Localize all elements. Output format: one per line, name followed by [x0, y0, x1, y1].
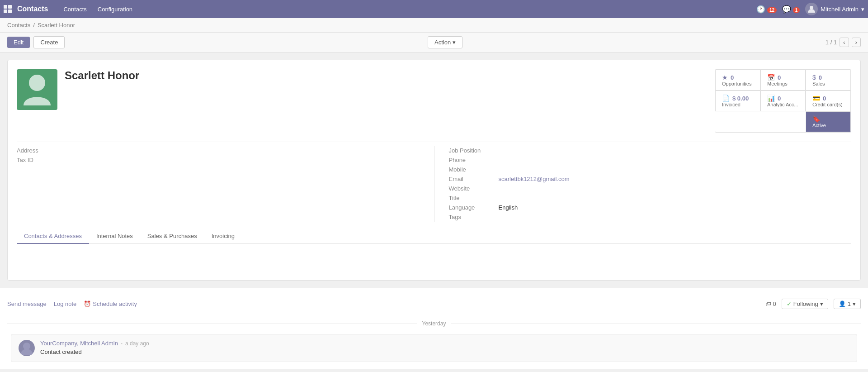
stat-sales[interactable]: $ 0 Sales — [806, 70, 851, 91]
breadcrumb-current: Scarlett Honor — [38, 22, 75, 29]
message-content: YourCompany, Mitchell Admin - a day ago … — [40, 340, 849, 356]
svg-point-2 — [23, 343, 30, 350]
email-field: Email scarlettbk1212@gmail.com — [449, 174, 852, 184]
tag-icon: 🏷 — [765, 300, 771, 307]
user-name: Mitchell Admin — [821, 6, 859, 13]
chatter-section: Send message Log note ⏰ Schedule activit… — [0, 288, 868, 369]
person-icon: 👤 — [839, 300, 846, 307]
active-icon: 🔖 — [812, 115, 820, 123]
stats-grid: ★ 0 Opportunities 📅 0 Meetings — [715, 69, 851, 133]
menu-contacts[interactable]: Contacts — [59, 4, 91, 14]
menu-configuration[interactable]: Configuration — [93, 4, 137, 14]
following-dropdown-icon: ▾ — [820, 300, 823, 307]
invoice-icon: 📄 — [722, 95, 730, 102]
next-page-button[interactable]: › — [852, 38, 861, 47]
app-name[interactable]: Contacts — [17, 5, 48, 13]
top-navigation: Contacts Contacts Configuration 🕐 12 💬 1… — [0, 0, 868, 18]
stat-credit-cards[interactable]: 💳 0 Credit card(s) — [806, 91, 851, 111]
contact-card: Scarlett Honor ★ 0 Opportunities — [7, 60, 861, 281]
followers-button[interactable]: 👤 1 ▾ — [834, 299, 861, 309]
following-button[interactable]: ✓ Following ▾ — [782, 299, 828, 309]
fields-divider — [434, 146, 434, 222]
right-fields: Job Position Phone Mobile Email scarlett… — [442, 146, 852, 222]
message-time-value: a day ago — [125, 340, 149, 347]
tabs-bar: Contacts & Addresses Internal Notes Sale… — [17, 229, 851, 244]
breadcrumb-parent[interactable]: Contacts — [7, 22, 30, 29]
edit-button[interactable]: Edit — [7, 37, 30, 48]
prev-page-button[interactable]: ‹ — [840, 38, 849, 47]
user-chevron-icon: ▾ — [861, 6, 864, 13]
phone-field: Phone — [449, 155, 852, 165]
star-icon: ★ — [722, 74, 728, 81]
log-note-button[interactable]: Log note — [54, 300, 77, 307]
tag-count: 🏷 0 — [765, 300, 776, 307]
message-author[interactable]: YourCompany, Mitchell Admin — [40, 340, 118, 347]
user-menu[interactable]: Mitchell Admin ▾ — [805, 3, 864, 15]
message-header: YourCompany, Mitchell Admin - a day ago — [40, 340, 849, 347]
topnav-right: 🕐 12 💬 1 Mitchell Admin ▾ — [756, 3, 864, 15]
followers-chevron-icon: ▾ — [853, 300, 856, 307]
app-logo[interactable] — [4, 5, 12, 13]
send-message-button[interactable]: Send message — [7, 300, 47, 307]
address-field: Address — [17, 146, 420, 155]
stat-analytic[interactable]: 📊 0 Analytic Acc... — [760, 91, 806, 111]
tab-sales-purchases[interactable]: Sales & Purchases — [140, 229, 204, 244]
avatar-section — [17, 69, 57, 133]
top-menu: Contacts Configuration — [59, 4, 137, 14]
user-avatar — [805, 3, 818, 15]
calendar-icon: 📅 — [767, 74, 775, 81]
pagination: 1 / 1 ‹ › — [826, 38, 861, 47]
mobile-field: Mobile — [449, 165, 852, 174]
left-fields: Address Tax ID — [17, 146, 427, 222]
tab-invoicing[interactable]: Invoicing — [204, 229, 242, 244]
stat-active[interactable]: 🔖 Active — [806, 111, 851, 132]
breadcrumb-separator: / — [33, 22, 35, 29]
grid-icon — [4, 5, 12, 13]
stat-meetings[interactable]: 📅 0 Meetings — [760, 70, 806, 91]
message-time: - — [121, 340, 123, 347]
job-position-field: Job Position — [449, 146, 852, 155]
contact-name: Scarlett Honor — [65, 69, 708, 82]
messages-badge[interactable]: 💬 1 — [782, 5, 800, 14]
tab-contacts-addresses[interactable]: Contacts & Addresses — [17, 229, 89, 244]
tab-internal-notes[interactable]: Internal Notes — [89, 229, 140, 244]
message-item: YourCompany, Mitchell Admin - a day ago … — [11, 334, 857, 362]
message-avatar — [19, 340, 35, 356]
analytic-icon: 📊 — [767, 95, 775, 102]
schedule-activity-button[interactable]: ⏰ Schedule activity — [84, 300, 137, 307]
website-field: Website — [449, 184, 852, 193]
chatter-right: 🏷 0 ✓ Following ▾ 👤 1 ▾ — [765, 299, 861, 309]
toolbar: Edit Create Action ▾ 1 / 1 ‹ › — [0, 33, 868, 52]
action-button[interactable]: Action ▾ — [428, 36, 462, 48]
svg-point-1 — [29, 75, 45, 91]
chatter-actions: Send message Log note ⏰ Schedule activit… — [7, 295, 861, 313]
title-field: Title — [449, 193, 852, 203]
main-content: Scarlett Honor ★ 0 Opportunities — [0, 52, 868, 288]
action-chevron-icon: ▾ — [453, 39, 456, 46]
avatar-silhouette-icon — [21, 72, 53, 108]
avatar[interactable] — [17, 69, 57, 110]
tags-field: Tags — [449, 212, 852, 222]
fields-section: Address Tax ID Job Position Phone — [17, 142, 851, 222]
message-body: Contact created — [40, 348, 849, 355]
stat-invoiced[interactable]: 📄 $ 0.00 Invoiced — [715, 91, 760, 111]
breadcrumb: Contacts / Scarlett Honor — [0, 18, 868, 33]
tax-id-field: Tax ID — [17, 155, 420, 165]
check-icon: ✓ — [787, 300, 792, 307]
clock-icon: ⏰ — [84, 300, 91, 307]
date-separator: Yesterday — [7, 320, 861, 327]
language-field: Language English — [449, 203, 852, 212]
create-button[interactable]: Create — [33, 36, 65, 48]
credit-card-icon: 💳 — [812, 95, 820, 102]
svg-point-0 — [810, 6, 813, 10]
dollar-icon: $ — [812, 74, 816, 81]
updates-badge[interactable]: 🕐 12 — [756, 5, 777, 14]
tab-content — [17, 244, 851, 271]
stat-opportunities[interactable]: ★ 0 Opportunities — [715, 70, 760, 91]
card-top: Scarlett Honor ★ 0 Opportunities — [17, 69, 851, 133]
contact-name-section: Scarlett Honor — [65, 69, 708, 133]
